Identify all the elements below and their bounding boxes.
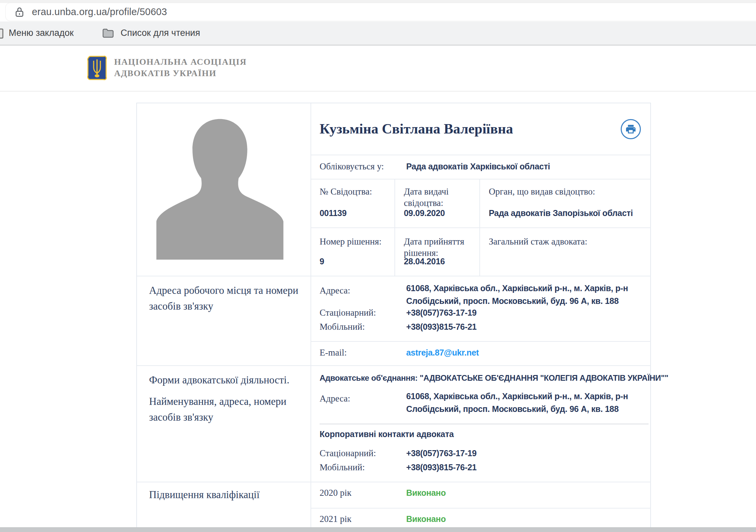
issue-date-value: 09.09.2020 [404,207,445,219]
landline-value: +38(057)763-17-19 [406,306,477,319]
association-address-label: Адреса: [320,393,350,404]
bookmark-label: Меню закладок [9,28,74,38]
association-line: Адвокатське об'єднання: "АДВОКАТСЬКЕ ОБ'… [320,373,668,383]
landline-label: Стаціонарний: [320,307,376,318]
section-title-activity-2: Найменування, адреса, номери засобів зв'… [149,393,293,425]
printer-icon [625,123,636,135]
corporate-mobile-label: Мобільний: [320,462,365,473]
table-border [311,227,651,228]
corporate-mobile-value: +38(093)815-76-21 [406,461,477,474]
email-link[interactable]: astreja.87@ukr.net [406,346,479,359]
page-title: Кузьміна Світлана Валеріївна [320,121,513,137]
address-label: Адреса: [320,285,350,296]
corporate-landline-value: +38(057)763-17-19 [406,447,477,460]
browser-window: erau.unba.org.ua/profile/50603 Меню закл… [0,0,756,532]
org-name-line1: НАЦІОНАЛЬНА АСОЦІАЦІЯ [114,56,247,68]
qualification-status: Виконано [406,486,446,499]
issuer-value: Рада адвокатів Запорізької області [489,207,643,219]
qualification-year: 2021 рік [320,513,351,525]
decision-number-label: Номер рішення: [320,236,381,247]
table-border [137,276,651,276]
table-border [137,482,651,482]
section-title-activity-1: Форми адвокатської діяльності. [149,372,297,388]
mobile-label: Мобільний: [320,321,365,332]
folder-icon [102,28,114,38]
bookmarks-sidebar-icon [0,29,3,39]
decision-number-value: 9 [320,255,324,268]
table-border [137,365,651,366]
table-border [311,103,311,532]
url-text: erau.unba.org.ua/profile/50603 [32,6,167,17]
print-button[interactable] [621,119,641,139]
mobile-value: +38(093)815-76-21 [406,320,477,333]
bookmarks-bar: Меню закладок Список для чтения [0,21,756,46]
table-border [311,179,651,179]
bookmark-label: Список для чтения [121,28,200,38]
bookmark-menu-item[interactable]: Меню закладок [9,28,74,38]
corporate-contacts-title: Корпоративні контакти адвоката [320,428,454,440]
org-name-line2: АДВОКАТІВ УКРАЇНИ [114,68,247,79]
profile-card: Кузьміна Світлана Валеріївна Обліковуєть… [136,103,651,532]
certificate-number-value: 001139 [320,207,346,219]
qualification-status: Виконано [406,513,446,525]
decision-date-value: 28.04.2016 [404,255,445,268]
table-border [311,508,651,509]
avatar [148,112,292,261]
section-title-workplace: Адреса робочого місця та номери засобів … [149,282,304,314]
experience-label: Загальний стаж адвоката: [489,236,643,247]
section-title-qualification: Підвищення кваліфікації [149,487,297,502]
issuer-label: Орган, що видав свідоцтво: [489,186,643,197]
registered-at-value: Рада адвокатів Харківської області [406,160,550,173]
corporate-landline-label: Стаціонарний: [320,447,376,459]
naau-emblem-icon [87,55,107,81]
naau-logo[interactable]: НАЦІОНАЛЬНА АСОЦІАЦІЯ АДВОКАТІВ УКРАЇНИ [87,55,247,81]
site-header: НАЦІОНАЛЬНА АСОЦІАЦІЯ АДВОКАТІВ УКРАЇНИ [0,47,756,92]
registered-at-label: Обліковується у: [320,161,384,172]
table-border [311,341,651,342]
horizontal-scrollbar[interactable] [0,527,756,532]
address-bar[interactable]: erau.unba.org.ua/profile/50603 [5,3,756,21]
certificate-number-label: № Свідоцтва: [320,186,372,197]
lock-icon [14,6,25,18]
address-value: 61068, Харківська обл., Харківський р-н.… [406,282,649,307]
association-address-value: 61068, Харківська обл., Харківський р-н.… [406,390,649,415]
email-label: E-mail: [320,347,347,358]
issue-date-label: Дата видачі свідоцтва: [404,186,476,209]
table-border [311,155,651,155]
section-divider [320,424,649,424]
qualification-year: 2020 рік [320,487,351,498]
reading-list-item[interactable]: Список для чтения [102,28,200,38]
